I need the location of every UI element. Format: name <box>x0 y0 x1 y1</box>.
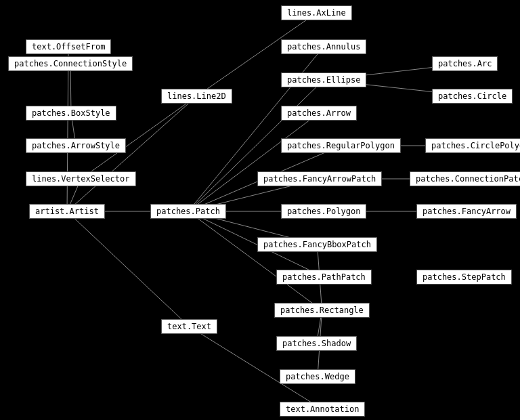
svg-line-4 <box>67 211 190 327</box>
node-fancyarrowpatch: patches.FancyArrowPatch <box>257 171 382 186</box>
node-shadow: patches.Shadow <box>276 336 357 351</box>
node-text: text.Text <box>161 319 217 334</box>
svg-line-2 <box>67 47 68 211</box>
node-steppatch: patches.StepPatch <box>416 270 512 285</box>
node-vertexselector: lines.VertexSelector <box>26 171 136 186</box>
node-arrowstyle: patches.ArrowStyle <box>26 138 126 153</box>
node-connectionstyle: patches.ConnectionStyle <box>8 56 133 71</box>
node-artist: artist.Artist <box>29 204 105 219</box>
node-ellipse: patches.Ellipse <box>281 72 366 87</box>
node-fancyarrow: patches.FancyArrow <box>416 204 517 219</box>
svg-line-6 <box>188 47 324 211</box>
node-circlepolygon: patches.CirclePolygon <box>425 138 520 153</box>
svg-line-7 <box>188 113 319 211</box>
node-polygon: patches.Polygon <box>281 204 366 219</box>
node-circle: patches.Circle <box>432 89 513 104</box>
node-boxstyle: patches.BoxStyle <box>26 106 116 121</box>
node-fancybboxpatch: patches.FancyBboxPatch <box>257 237 377 252</box>
node-axline: lines.AxLine <box>281 5 352 20</box>
node-connectionpatch: patches.ConnectionPatch <box>410 171 520 186</box>
node-arrow: patches.Arrow <box>281 106 357 121</box>
node-patch: patches.Patch <box>150 204 226 219</box>
svg-line-13 <box>188 211 322 310</box>
node-pathpatch: patches.PathPatch <box>276 270 372 285</box>
node-line2d: lines.Line2D <box>161 89 232 104</box>
node-arc: patches.Arc <box>432 56 498 71</box>
node-offsetfrom: text.OffsetFrom <box>26 39 111 54</box>
node-annotation: text.Annotation <box>280 402 365 417</box>
node-regularpolygon: patches.RegularPolygon <box>281 138 401 153</box>
node-wedge: patches.Wedge <box>280 369 355 384</box>
node-annulus: patches.Annulus <box>281 39 366 54</box>
node-rectangle: patches.Rectangle <box>274 303 370 318</box>
